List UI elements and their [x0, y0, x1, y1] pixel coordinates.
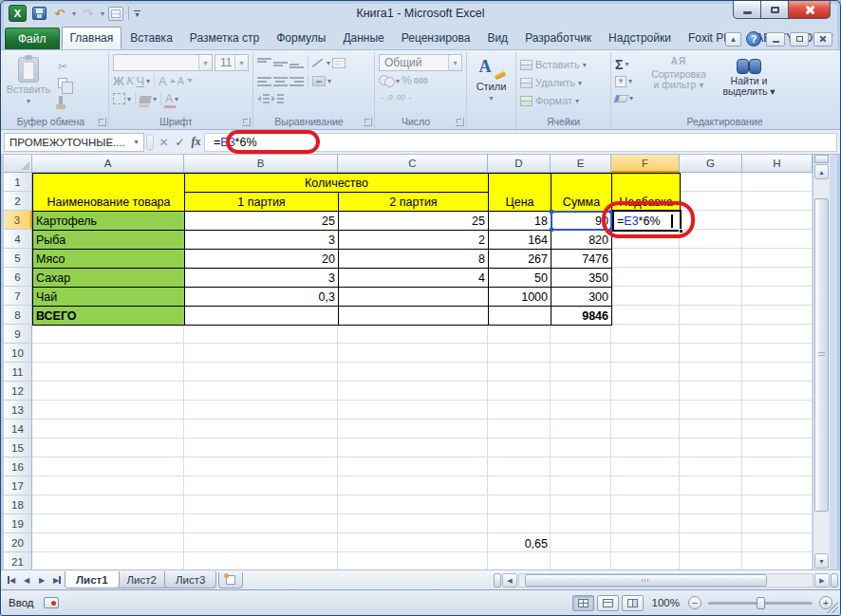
increase-indent-button[interactable]: [271, 94, 284, 103]
row-header-7[interactable]: 7: [4, 287, 32, 306]
underline-button[interactable]: Ч: [136, 74, 144, 88]
row-header-1[interactable]: 1: [4, 173, 32, 192]
number-format-combo[interactable]: Общий▾: [379, 54, 462, 71]
align-bottom-button[interactable]: [290, 58, 304, 68]
resize-grip[interactable]: [826, 601, 838, 613]
close-button[interactable]: [788, 1, 831, 19]
font-color-button[interactable]: А: [165, 94, 173, 104]
paste-button[interactable]: Вставить ▾: [7, 54, 50, 115]
row-header-21[interactable]: 21: [4, 552, 32, 569]
col-header-H[interactable]: H: [742, 155, 813, 173]
bold-button[interactable]: Ж: [113, 74, 124, 88]
accounting-dropdown-icon[interactable]: ▾: [396, 77, 400, 85]
scroll-up-button[interactable]: ▲: [814, 164, 829, 179]
cell-D1[interactable]: Цена: [488, 173, 551, 212]
cell-B6[interactable]: 3: [184, 268, 339, 288]
row-header-16[interactable]: 16: [4, 457, 32, 476]
horizontal-scrollbar[interactable]: ◀ ▶: [494, 572, 838, 588]
fill-dropdown-icon[interactable]: ▾: [628, 77, 632, 85]
row-header-14[interactable]: 14: [4, 420, 32, 439]
alignment-dialog-launcher-icon[interactable]: [364, 118, 372, 126]
maximize-button[interactable]: [761, 1, 788, 19]
macro-record-icon[interactable]: [44, 597, 59, 608]
workbook-minimize-button[interactable]: [766, 32, 785, 47]
font-size-combo[interactable]: 11▾: [215, 54, 249, 71]
page-break-view-button[interactable]: [622, 595, 644, 611]
cell-E8[interactable]: 9846: [551, 306, 612, 326]
decrease-decimal-button[interactable]: ,00→: [395, 94, 413, 102]
borders-button[interactable]: [113, 93, 125, 104]
scroll-right-button[interactable]: ▶: [814, 573, 830, 588]
vertical-split-box[interactable]: [814, 155, 829, 163]
cell-B7[interactable]: 0,3: [184, 287, 339, 307]
cell-F1[interactable]: Надбавка: [611, 173, 681, 212]
row-header-2[interactable]: 2: [4, 192, 32, 211]
name-box[interactable]: ПРОМЕЖУТОЧНЫЕ.... ▾: [4, 133, 144, 152]
borders-dropdown-icon[interactable]: ▾: [127, 95, 131, 103]
cell-E4[interactable]: 820: [551, 230, 612, 250]
merge-dropdown-icon[interactable]: ▾: [327, 77, 331, 85]
vertical-scrollbar[interactable]: ▲ ▼: [813, 155, 830, 569]
workbook-restore-button[interactable]: [790, 32, 809, 47]
cell-E5[interactable]: 7476: [551, 249, 612, 269]
row-header-15[interactable]: 15: [4, 439, 32, 457]
cell-C6[interactable]: 4: [338, 268, 489, 288]
row-header-10[interactable]: 10: [4, 344, 32, 363]
cell-E6[interactable]: 350: [551, 268, 612, 288]
cell-D20[interactable]: 0,65: [488, 533, 551, 553]
tab-split-handle[interactable]: [494, 573, 501, 588]
align-middle-button[interactable]: [273, 58, 288, 68]
col-header-C[interactable]: C: [338, 155, 488, 173]
delete-cells-dropdown-icon[interactable]: ▾: [578, 79, 582, 87]
number-format-dropdown-icon[interactable]: ▾: [448, 55, 461, 70]
cell-C4[interactable]: 2: [338, 230, 489, 250]
col-header-D[interactable]: D: [488, 155, 551, 173]
tab-file[interactable]: Файл: [5, 28, 60, 49]
scroll-split-handle[interactable]: [831, 573, 838, 588]
insert-cells-button[interactable]: Вставить ▾: [520, 56, 607, 73]
autosum-button[interactable]: Σ: [615, 57, 623, 72]
tab-home[interactable]: Главная: [62, 27, 122, 49]
vertical-scroll-thumb[interactable]: [814, 198, 829, 512]
insert-function-button[interactable]: fx: [188, 133, 204, 152]
help-icon[interactable]: ?: [746, 31, 761, 47]
copy-button[interactable]: [53, 75, 72, 91]
autosum-dropdown-icon[interactable]: ▾: [625, 60, 628, 68]
merge-center-button[interactable]: [312, 76, 326, 86]
sort-filter-button[interactable]: АЯ Сортировкаи фильтр ▾: [643, 54, 715, 115]
wrap-text-button[interactable]: [332, 58, 346, 68]
cell-D4[interactable]: 164: [488, 230, 551, 250]
cell-D8[interactable]: [488, 306, 551, 326]
row-header-19[interactable]: 19: [4, 514, 32, 533]
scroll-down-button[interactable]: ▼: [814, 553, 829, 569]
row-header-3[interactable]: 3: [4, 211, 32, 230]
select-all-corner[interactable]: [4, 155, 32, 173]
accounting-format-button[interactable]: [379, 75, 394, 86]
zoom-out-button[interactable]: −: [688, 596, 701, 609]
col-header-E[interactable]: E: [551, 155, 611, 173]
percent-style-button[interactable]: %: [402, 74, 412, 87]
last-sheet-button[interactable]: ▶: [49, 572, 65, 588]
fill-handle[interactable]: [679, 229, 683, 233]
tab-review[interactable]: Рецензирова: [393, 27, 479, 49]
font-size-dropdown-icon[interactable]: ▾: [234, 55, 248, 70]
cell-F3-editing[interactable]: =E3*6%: [612, 210, 682, 232]
insert-cells-dropdown-icon[interactable]: ▾: [583, 61, 587, 69]
cell-A5[interactable]: Мясо: [32, 249, 185, 269]
sheet-tab-1[interactable]: Лист1: [65, 571, 120, 588]
row-header-18[interactable]: 18: [4, 495, 32, 514]
zoom-slider[interactable]: [708, 602, 813, 605]
cell-B3[interactable]: 25: [184, 211, 339, 231]
tab-data[interactable]: Данные: [334, 27, 392, 49]
scroll-left-button[interactable]: ◀: [502, 573, 517, 588]
align-left-button[interactable]: [257, 76, 271, 86]
col-header-B[interactable]: B: [184, 155, 338, 173]
next-sheet-button[interactable]: ▶: [34, 572, 49, 588]
row-header-9[interactable]: 9: [4, 325, 32, 344]
format-cells-button[interactable]: Формат ▾: [520, 92, 607, 109]
tab-addins[interactable]: Надстройки: [600, 27, 680, 49]
align-center-button[interactable]: [273, 76, 288, 86]
cell-C5[interactable]: 8: [338, 249, 489, 269]
styles-dropdown-icon[interactable]: ▾: [489, 94, 493, 103]
prev-sheet-button[interactable]: ◀: [19, 572, 34, 588]
